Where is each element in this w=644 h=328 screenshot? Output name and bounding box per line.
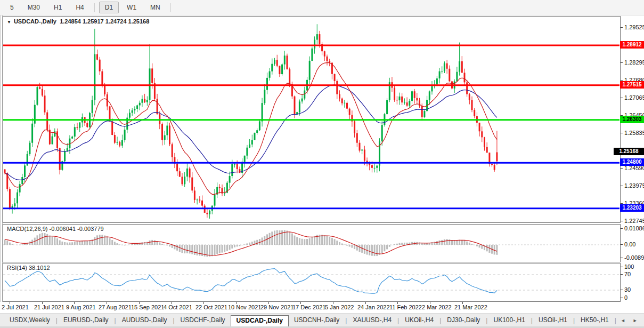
rsi-tick-label: 70	[624, 271, 631, 277]
timeframe-button-mn[interactable]: MN	[144, 2, 166, 13]
rsi-tick-label: 100	[624, 263, 634, 270]
macd-tick-label: -0.008974	[624, 254, 644, 261]
price-tick-mark	[621, 186, 623, 186]
price-tick-label: 1.22745	[624, 218, 644, 224]
chart-tab-usdchf-daily[interactable]: USDCHF-,Daily	[175, 315, 231, 326]
date-label: 29 Nov 2021	[260, 304, 294, 310]
price-tick-mark	[621, 80, 623, 81]
macd-label: MACD(12,26,9) -0.006041 -0.003779	[7, 226, 104, 232]
mt4-window: 5M30H1H4D1W1MN ▼USDCAD-,Daily 1.24854 1.…	[0, 0, 644, 328]
rsi-tick-mark	[621, 274, 623, 275]
price-tick-mark	[621, 62, 623, 63]
date-label: 10 Nov 2021	[228, 304, 261, 310]
level-price-badge: 1.27515	[620, 81, 644, 89]
chart-tab-ukoil-h4[interactable]: UKOil-,H4	[400, 315, 439, 326]
chart-tab-usdcad-daily[interactable]: USDCAD-,Daily	[231, 315, 289, 327]
chart-tab-usdx-weekly[interactable]: USDX,Weekly	[4, 315, 55, 326]
price-tick-label: 1.27065	[624, 94, 644, 101]
date-label: 2 Jul 2021	[2, 304, 29, 310]
rsi-canvas	[3, 263, 620, 301]
timeframe-button-d1[interactable]: D1	[99, 2, 119, 13]
price-tick-mark	[621, 27, 623, 28]
chart-ohlc-values: 1.24854 1.25917 1.24724 1.25168	[60, 18, 149, 25]
chart-tab-eurusd-daily[interactable]: EURUSD-,Daily	[58, 315, 114, 326]
tab-scroll-left-icon[interactable]: ◄	[617, 318, 629, 323]
tab-scroll-arrows: ◄►	[617, 318, 641, 323]
date-label: 21 Mar 2022	[454, 304, 487, 310]
price-tick-mark	[621, 221, 623, 221]
rsi-pane[interactable]: RSI(14) 38.1012	[3, 263, 621, 302]
current-price-badge: 1.25168	[614, 148, 644, 155]
level-price-badge: 1.24800	[620, 158, 644, 166]
macd-tick-mark	[621, 244, 623, 245]
level-price-badge: 1.28912	[620, 41, 644, 49]
date-label: 4 Oct 2021	[164, 304, 192, 310]
rsi-label: RSI(14) 38.1012	[7, 265, 50, 271]
candlestick-canvas	[3, 17, 620, 222]
chart-tab-xauusd-h4[interactable]: XAUUSD-,H4	[347, 315, 397, 326]
price-tick-mark	[621, 168, 623, 169]
macd-tick-label: 0.010869	[624, 225, 644, 231]
chart-tab-uk100-h1[interactable]: UK100-,H1	[488, 315, 530, 326]
date-label: 15 Sep 2021	[131, 304, 164, 310]
date-label: 21 Jul 2021	[34, 304, 64, 310]
macd-tick-label: 0.00	[624, 241, 635, 247]
chart-tab-bar: USDX,Weekly|EURUSD-,Daily|AUDUSD-,Daily|…	[0, 314, 644, 326]
date-label: 2 Mar 2022	[422, 304, 452, 310]
rsi-tick-mark	[621, 267, 623, 267]
timeframe-button-h1[interactable]: H1	[48, 2, 68, 13]
date-label: 22 Oct 2021	[195, 304, 227, 310]
timeframe-toolbar: 5M30H1H4D1W1MN	[0, 0, 644, 15]
toolbar-separator	[170, 3, 171, 12]
date-label: 11 Feb 2022	[389, 304, 422, 310]
price-tick-label: 1.28295	[624, 59, 644, 66]
level-price-badge: 1.26303	[620, 116, 644, 123]
price-tick-label: 1.23975	[624, 182, 644, 189]
timeframe-button-w1[interactable]: W1	[121, 2, 142, 13]
date-label: 24 Jan 2022	[357, 304, 390, 310]
chart-tab-hk50-h1[interactable]: HK50-,H1	[575, 315, 614, 326]
rsi-tick-mark	[621, 298, 623, 298]
chart-title: ▼USDCAD-,Daily 1.24854 1.25917 1.24724 1…	[7, 18, 149, 25]
macd-tick-mark	[621, 258, 623, 258]
chart-tab-dj30-daily[interactable]: DJ30-,Daily	[442, 315, 485, 326]
macd-tick-mark	[621, 228, 623, 229]
price-tick-mark	[621, 133, 623, 133]
tab-scroll-right-icon[interactable]: ►	[629, 318, 641, 323]
symbol-dropdown-icon[interactable]: ▼	[7, 20, 11, 25]
price-tick-label: 1.25835	[624, 130, 644, 136]
chart-symbol-label: USDCAD-,Daily	[14, 18, 56, 25]
date-label: 5 Jan 2022	[325, 304, 354, 310]
timeframe-button-5[interactable]: 5	[4, 2, 20, 13]
date-axis: 2 Jul 202121 Jul 20219 Aug 202127 Aug 20…	[0, 302, 621, 313]
timeframe-button-h4[interactable]: H4	[70, 2, 89, 13]
rsi-tick-label: 30	[624, 286, 631, 293]
rsi-tick-mark	[621, 290, 623, 290]
chart-tab-usoil-h1[interactable]: USOil-,H1	[533, 315, 573, 326]
toolbar-separator	[94, 3, 95, 12]
chart-tab-audusd-daily[interactable]: AUDUSD-,Daily	[117, 315, 173, 326]
rsi-tick-label: 0	[624, 294, 627, 301]
main-chart-pane[interactable]: ▼USDCAD-,Daily 1.24854 1.25917 1.24724 1…	[3, 16, 621, 223]
price-tick-mark	[621, 203, 623, 204]
chart-tab-usdcnh-daily[interactable]: USDCNH-,Daily	[289, 315, 345, 326]
price-tick-label: 1.29525	[624, 24, 644, 30]
macd-pane[interactable]: MACD(12,26,9) -0.006041 -0.003779	[3, 224, 621, 262]
date-label: 17 Dec 2021	[292, 304, 325, 310]
price-tick-mark	[621, 98, 623, 98]
timeframe-button-m30[interactable]: M30	[22, 2, 46, 13]
date-label: 9 Aug 2021	[66, 304, 96, 310]
level-price-badge: 1.23203	[620, 204, 644, 212]
date-label: 27 Aug 2021	[99, 304, 132, 310]
